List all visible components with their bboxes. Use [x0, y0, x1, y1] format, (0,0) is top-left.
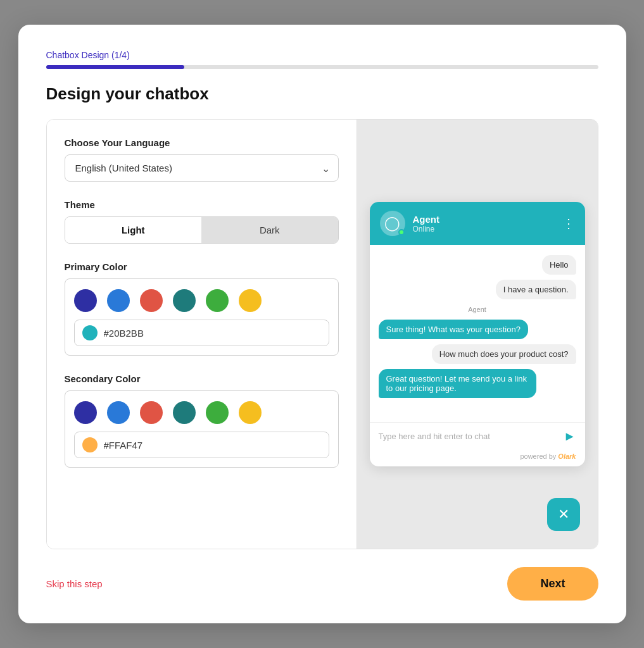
chat-messages: Hello I have a question. Agent Sure thin… — [370, 245, 585, 422]
progress-bar-fill — [46, 65, 184, 69]
primary-color-dot-dark-blue[interactable] — [74, 289, 97, 312]
chat-preview-window: ◯ Agent Online ⋮ Hello I have a question… — [370, 202, 585, 466]
primary-color-input-row — [74, 320, 329, 346]
chat-agent-name: Agent — [413, 214, 555, 225]
chat-footer: powered by Olark — [370, 450, 585, 466]
chat-agent-status: Online — [413, 225, 555, 234]
secondary-color-dot-green[interactable] — [206, 401, 229, 424]
chat-close-fab[interactable]: ✕ — [547, 498, 580, 531]
right-panel: ◯ Agent Online ⋮ Hello I have a question… — [357, 120, 598, 549]
chat-message-2: I have a question. — [496, 280, 576, 299]
primary-color-dot-red[interactable] — [140, 289, 163, 312]
language-select[interactable]: English (United States) French Spanish G… — [65, 154, 339, 182]
chat-input-bar: Type here and hit enter to chat ► — [370, 422, 585, 450]
page-title: Design your chatbox — [46, 84, 598, 104]
modal-container: Chatbox Design (1/4) Design your chatbox… — [18, 25, 626, 623]
secondary-color-dots-row — [74, 401, 329, 424]
primary-color-text-input[interactable] — [104, 328, 321, 339]
theme-dark-button[interactable]: Dark — [201, 217, 338, 243]
theme-label: Theme — [65, 199, 339, 210]
online-status-dot — [398, 229, 405, 235]
powered-by-text: powered by — [520, 452, 556, 460]
next-button[interactable]: Next — [507, 567, 598, 601]
secondary-color-section: Secondary Color — [65, 373, 339, 468]
primary-color-dot-yellow[interactable] — [239, 289, 262, 312]
chat-header-info: Agent Online — [413, 214, 555, 234]
secondary-color-input-row — [74, 432, 329, 458]
chat-message-3: Sure thing! What was your question? — [379, 320, 528, 339]
chat-message-1: Hello — [542, 255, 576, 275]
theme-light-button[interactable]: Light — [65, 217, 202, 243]
avatar: ◯ — [380, 211, 405, 236]
more-options-icon[interactable]: ⋮ — [562, 216, 575, 231]
chat-send-icon[interactable]: ► — [564, 429, 576, 444]
secondary-color-dot-teal[interactable] — [173, 401, 196, 424]
left-panel: Choose Your Language English (United Sta… — [47, 120, 357, 549]
modal-footer: Skip this step Next — [46, 567, 598, 601]
primary-color-dots-row — [74, 289, 329, 312]
secondary-color-dot-yellow[interactable] — [239, 401, 262, 424]
primary-color-preview — [82, 325, 98, 340]
primary-color-dot-teal[interactable] — [173, 289, 196, 312]
chat-input-placeholder[interactable]: Type here and hit enter to chat — [379, 432, 564, 441]
primary-color-section: Primary Color — [65, 261, 339, 356]
primary-color-picker — [65, 278, 339, 356]
secondary-color-picker — [65, 390, 339, 468]
skip-link[interactable]: Skip this step — [46, 578, 103, 589]
chat-message-4: How much does your product cost? — [432, 344, 576, 364]
primary-color-label: Primary Color — [65, 261, 339, 272]
language-label: Choose Your Language — [65, 137, 339, 148]
chat-agent-label: Agent — [379, 306, 576, 313]
secondary-color-preview — [82, 437, 98, 452]
primary-color-dot-blue[interactable] — [107, 289, 130, 312]
chat-header: ◯ Agent Online ⋮ — [370, 202, 585, 245]
agent-avatar-icon: ◯ — [384, 215, 400, 232]
secondary-color-text-input[interactable] — [104, 440, 321, 451]
brand-name: Olark — [558, 452, 576, 460]
secondary-color-dot-red[interactable] — [140, 401, 163, 424]
chat-message-5: Great question! Let me send you a link t… — [379, 369, 537, 398]
content-area: Choose Your Language English (United Sta… — [46, 119, 598, 549]
secondary-color-dot-blue[interactable] — [107, 401, 130, 424]
progress-bar — [46, 65, 598, 69]
primary-color-dot-green[interactable] — [206, 289, 229, 312]
step-label: Chatbox Design (1/4) — [46, 50, 598, 60]
theme-section: Theme Light Dark — [65, 199, 339, 244]
language-select-wrapper: English (United States) French Spanish G… — [65, 154, 339, 182]
secondary-color-dot-dark-blue[interactable] — [74, 401, 97, 424]
theme-toggle: Light Dark — [65, 216, 339, 244]
secondary-color-label: Secondary Color — [65, 373, 339, 384]
